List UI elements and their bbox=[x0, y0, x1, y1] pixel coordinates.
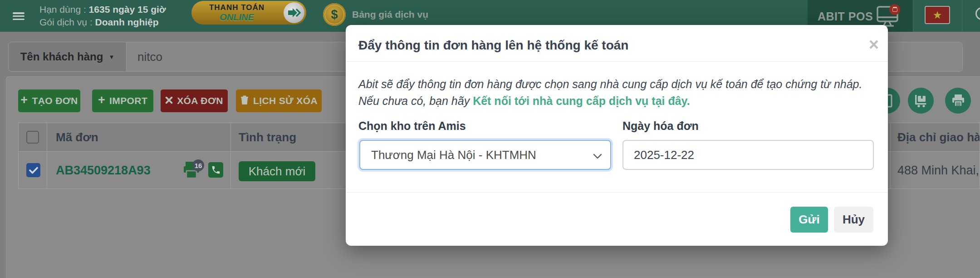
create-order-button[interactable]: + TẠO ĐƠN bbox=[18, 89, 80, 112]
description-line1: Abit sẽ đẩy thông tin đơn hàng được chọn… bbox=[358, 78, 862, 90]
warehouse-label: Chọn kho trên Amis bbox=[358, 119, 466, 133]
package-label: Gói dịch vụ : bbox=[39, 17, 93, 27]
filter-field-dropdown[interactable]: Tên khách hàng ▼ bbox=[9, 42, 127, 71]
invoice-date-input[interactable] bbox=[622, 140, 874, 170]
menu-icon[interactable] bbox=[13, 12, 24, 20]
modal-title: Đẩy thông tin đơn hàng lên hệ thống kế t… bbox=[358, 38, 628, 53]
plus-icon: + bbox=[20, 93, 28, 107]
plan-info: Hạn dùng : 1635 ngày 15 giờ Gói dịch vụ … bbox=[39, 3, 166, 29]
language-section: ★ bbox=[913, 0, 962, 32]
vietnam-flag-icon[interactable]: ★ bbox=[925, 6, 950, 24]
chevron-down-icon bbox=[593, 153, 602, 161]
service-pricing-link[interactable]: Bảng giá dịch vụ bbox=[352, 9, 428, 20]
clock-icon[interactable] bbox=[975, 7, 980, 20]
notification-badge-icon[interactable] bbox=[889, 4, 900, 15]
import-button[interactable]: + IMPORT bbox=[92, 89, 153, 112]
header-checkbox-cell bbox=[19, 123, 47, 151]
order-code-link[interactable]: AB34509218A93 bbox=[47, 164, 151, 177]
close-icon[interactable]: × bbox=[869, 36, 879, 53]
package-value: Doanh nghiệp bbox=[95, 17, 159, 27]
coin-dollar-icon[interactable]: $ bbox=[323, 3, 346, 26]
modal-footer-divider bbox=[346, 192, 888, 193]
x-icon bbox=[165, 95, 173, 106]
status-badge[interactable]: Khách mới bbox=[239, 161, 315, 181]
cancel-button[interactable]: Hủy bbox=[834, 207, 873, 233]
column-header-code: Mã đơn bbox=[47, 123, 231, 151]
warehouse-selected-value: Thương Mại Hà Nội - KHTMHN bbox=[360, 148, 536, 162]
plus-icon: + bbox=[98, 93, 105, 107]
pay-online-text: THANH TOÁN ONLINE bbox=[191, 1, 282, 25]
row-checkbox-cell bbox=[19, 152, 47, 189]
app-screen: Hạn dùng : 1635 ngày 15 giờ Gói dịch vụ … bbox=[0, 0, 980, 278]
modal-header-divider bbox=[346, 61, 888, 62]
header-end-section bbox=[962, 0, 980, 32]
column-header-address: Địa chỉ giao hàn bbox=[891, 123, 980, 151]
phone-icon[interactable] bbox=[208, 162, 223, 178]
order-code-cell: AB34509218A93 16 bbox=[47, 152, 231, 189]
trash-icon bbox=[240, 95, 249, 107]
select-all-checkbox[interactable] bbox=[26, 131, 39, 144]
delete-order-button[interactable]: XÓA ĐƠN bbox=[161, 89, 228, 112]
invoice-date-label: Ngày hóa đơn bbox=[622, 119, 699, 133]
description-line2: Nếu chưa có, bạn hãy bbox=[358, 94, 473, 107]
submit-button[interactable]: Gửi bbox=[790, 207, 828, 233]
push-to-accounting-modal: Đẩy thông tin đơn hàng lên hệ thống kế t… bbox=[346, 25, 888, 246]
connect-provider-link[interactable]: Kết nối tới nhà cung cấp dịch vụ tại đây… bbox=[473, 94, 690, 107]
caret-down-icon: ▼ bbox=[108, 54, 114, 60]
print-count-badge: 16 bbox=[192, 159, 204, 171]
address-cell: 488 Minh Khai, H bbox=[891, 152, 980, 189]
brand-name: ABIT POS bbox=[818, 10, 873, 23]
print-button[interactable] bbox=[945, 88, 971, 114]
shipping-cart-button[interactable] bbox=[908, 88, 934, 114]
row-checkbox[interactable] bbox=[26, 163, 40, 177]
modal-description: Abit sẽ đẩy thông tin đơn hàng được chọn… bbox=[358, 76, 876, 109]
expiry-label: Hạn dùng : bbox=[39, 4, 86, 15]
delete-history-button[interactable]: LỊCH SỬ XÓA bbox=[236, 89, 322, 112]
pay-online-button[interactable]: THANH TOÁN ONLINE bbox=[191, 1, 306, 25]
warehouse-select[interactable]: Thương Mại Hà Nội - KHTMHN bbox=[359, 140, 611, 170]
expiry-value: 1635 ngày 15 giờ bbox=[89, 4, 166, 15]
arrow-right-icon bbox=[284, 2, 304, 23]
